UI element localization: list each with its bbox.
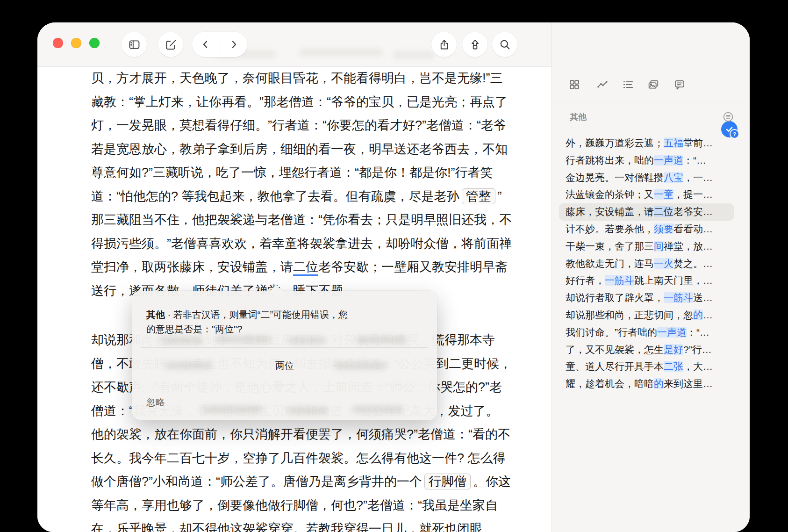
blurred-text <box>215 336 272 343</box>
issue-row[interactable]: 了，又不见袈裟，怎生是好?”行… <box>559 341 734 359</box>
issue-row[interactable]: 藤床，安设铺盖，请二位老爷安… <box>559 203 734 221</box>
text-line: 贝，方才展开，天色晚了，奈何眼目昏花，不能看得明白，岂不是无缘!”三 <box>91 66 512 90</box>
issue-text: ?”行… <box>683 344 712 355</box>
issue-row[interactable]: 外，巍巍万道彩云遮；五福堂前… <box>559 135 734 152</box>
tab-statistics[interactable] <box>595 77 610 93</box>
issue-text: 跳上南天门里，… <box>634 275 713 286</box>
share-button[interactable] <box>431 32 457 57</box>
text-run: 贝，方才展开，天色晚了，奈何眼目昏花，不能看得明白，岂不是无缘!”三 <box>91 71 503 85</box>
ignore-button[interactable]: 忽略 <box>146 390 165 414</box>
compose-button[interactable] <box>158 32 183 57</box>
activity-chart-icon <box>596 79 609 91</box>
blurred-text <box>287 407 329 414</box>
zoom-button[interactable] <box>89 38 100 48</box>
publish-icon <box>469 38 481 51</box>
text-run: 尊意何如?”三藏听说，吃了一惊，埋怨行者道：“都是你！都是你!”行者笑 <box>91 165 493 180</box>
text-run: 那三藏阻当不住，他把袈裟递与老僧道：“凭你看去；只是明早照旧还我，不 <box>91 213 512 227</box>
issue-row[interactable]: 教他欲走无门，连马一火焚之。… <box>559 255 734 273</box>
filter-button[interactable] <box>722 111 734 123</box>
popup-divider <box>141 386 429 386</box>
issue-highlight: 二位 <box>654 206 673 217</box>
issue-text: 教他欲走无门，连马 <box>566 258 654 269</box>
text-line: 堂扫净，取两张藤床，安设铺盖，请二位老爷安歇；一壁厢又教安排明早斋 <box>91 255 512 279</box>
issue-row[interactable]: 计不妙。若要杀他，须要看看动… <box>559 221 734 238</box>
issue-text: 老爷安… <box>673 206 713 217</box>
text-run: 他的袈裟，放在你面前，你只消解开看便罢了，何须痛哭?”老僧道：“看的不 <box>91 427 510 441</box>
flagged-term[interactable]: 行脚僧 <box>424 474 471 489</box>
history-nav <box>192 32 247 57</box>
text-line: 得损污些须。”老僧喜喜欢欢，着幸童将袈裟拿进去，却吩咐众僧，将前面禅 <box>91 232 512 256</box>
issue-text: 却说那些和尚，正悲切间，忽 <box>566 309 693 320</box>
issue-text: 外，巍巍万道彩云遮； <box>566 137 664 148</box>
text-line: 若是宽恩放心，教弟子拿到后房，细细的看一夜，明早送还老爷西去，不知 <box>91 137 512 161</box>
close-button[interactable] <box>53 38 63 48</box>
issue-text: 行者跳将出来，咄的 <box>566 155 654 165</box>
text-run: 。你这 <box>473 474 511 489</box>
issue-list: 外，巍巍万道彩云遮；五福堂前…行者跳将出来，咄的一声道：“…金边晃亮。一对僧鞋攒… <box>559 135 734 393</box>
chevron-right-icon <box>228 39 239 50</box>
popup-category: 其他 <box>146 309 165 320</box>
issue-text: 藤床，安设铺盖，请 <box>566 206 654 217</box>
text-run: 灯，一发晃眼，莫想看得仔细。”行者道：“你要怎的看才好?”老僧道：“老爷 <box>91 118 506 132</box>
issue-highlight: 是好 <box>664 344 683 355</box>
tab-grid[interactable] <box>566 77 582 93</box>
publish-button[interactable] <box>462 32 487 57</box>
share-icon <box>438 38 451 51</box>
issue-row[interactable]: 我们讨命。”行者咄的一声道：“… <box>559 324 734 341</box>
blurred-text <box>289 337 326 344</box>
issue-highlight: 八宝 <box>664 172 683 183</box>
issue-row[interactable]: 童、道人尽行开具手本二张，大… <box>559 358 734 375</box>
issue-row[interactable]: 干柴一束，舍了那三间禅堂，放… <box>559 238 734 255</box>
paragraph-1: 贝，方才展开，天色晚了，奈何眼目昏花，不能看得明白，岂不是无缘!”三藏教：“掌上… <box>91 66 512 302</box>
popup-message-line1: · 若非古汉语，则量词“二”可能使用错误，您 <box>165 309 348 320</box>
flagged-term[interactable]: 管整 <box>462 188 495 204</box>
text-run: 藏教：“掌上灯来，让你再看。”那老僧道：“爷爷的宝贝，已是光亮；再点了 <box>91 95 508 109</box>
active-flagged-term[interactable]: 二位 <box>293 260 318 276</box>
issue-text: 干柴一束，舍了那三 <box>566 241 654 252</box>
blurred-text <box>299 49 383 56</box>
text-run: 老爷安歇；一壁厢又教安排明早斋 <box>318 260 508 274</box>
text-run: 做个唐僧?”小和尚道：“师公差了。唐僧乃是离乡背井的一个 <box>91 474 422 489</box>
issue-text: ，一… <box>683 172 713 183</box>
sidebar-toggle-button[interactable] <box>122 32 147 57</box>
text-line: 长久。我今年二百七十岁，空挣了几百件袈裟。怎么得有他这一件? 怎么得 <box>91 446 512 470</box>
suggestion-button[interactable]: 两位 <box>132 353 437 378</box>
suggestion-popup: 其他 · 若非古汉语，则量词“二”可能使用错误，您 的意思是否是："两位"? 两… <box>132 291 437 420</box>
search-button[interactable] <box>492 32 517 57</box>
photos-icon <box>647 79 659 91</box>
text-run: 等年高，享用也够了，倒要像他做行脚僧，何也?”老僧道：“我虽是坐家自 <box>91 498 498 512</box>
tab-comments[interactable] <box>672 77 688 93</box>
back-button[interactable] <box>192 39 220 50</box>
text-line: 做个唐僧?”小和尚道：“师公差了。唐僧乃是离乡背井的一个行脚僧。你这 <box>91 470 512 494</box>
tab-images[interactable] <box>645 77 661 93</box>
issue-highlight: 间 <box>654 241 664 252</box>
issue-text: 好行者， <box>566 275 605 286</box>
text-line: 尊意何如?”三藏听说，吃了一惊，埋怨行者道：“都是你！都是你!”行者笑 <box>91 161 512 185</box>
text-run: 道：“怕他怎的? 等我包起来，教他拿了去看。但有疏虞，尽是老孙 <box>91 189 459 203</box>
forward-button[interactable] <box>220 39 248 50</box>
issue-highlight: 的 <box>654 378 664 389</box>
issue-highlight: 五福 <box>664 137 683 148</box>
issue-text: 童、道人尽行开具手本 <box>566 361 664 372</box>
blurred-text <box>352 406 403 413</box>
tab-outline[interactable] <box>620 77 636 93</box>
text-run: 长久。我今年二百七十岁，空挣了几百件袈裟。怎么得有他这一件? 怎么得 <box>91 451 506 465</box>
issue-row[interactable]: 法蓝镶金的茶钟；又一童，提一… <box>559 186 734 203</box>
issue-highlight: 一声道 <box>657 327 687 338</box>
text-line: 道：“怕他怎的? 等我包起来，教他拿了去看。但有疏虞，尽是老孙管整” <box>91 185 512 208</box>
issue-row[interactable]: 金边晃亮。一对僧鞋攒八宝，一… <box>559 169 734 187</box>
text-run: ” <box>498 189 502 203</box>
grid-icon <box>568 79 580 91</box>
issue-row[interactable]: 好行者，一筋斗跳上南天门里，… <box>559 272 734 289</box>
issue-row[interactable]: 却说那些和尚，正悲切间，忽的… <box>559 307 734 324</box>
outline-list-icon <box>622 79 634 91</box>
minimize-button[interactable] <box>71 38 81 48</box>
text-run: 堂扫净，取两张藤床，安设铺盖，请 <box>91 260 293 274</box>
issue-text: ：“… <box>687 327 709 338</box>
text-run: 得损污些须。”老僧喜喜欢欢，着幸童将袈裟拿进去，却吩咐众僧，将前面禅 <box>91 237 512 251</box>
issue-row[interactable]: 行者跳将出来，咄的一声道：“… <box>559 152 734 169</box>
text-line: 他的袈裟，放在你面前，你只消解开看便罢了，何须痛哭?”老僧道：“看的不 <box>91 423 512 446</box>
issue-row[interactable]: 耀，趁着机会，暗暗的来到这里… <box>559 375 734 393</box>
issue-row[interactable]: 却说行者取了辟火罩，一筋斗送… <box>559 289 734 307</box>
issue-text: ，提一… <box>673 189 713 200</box>
